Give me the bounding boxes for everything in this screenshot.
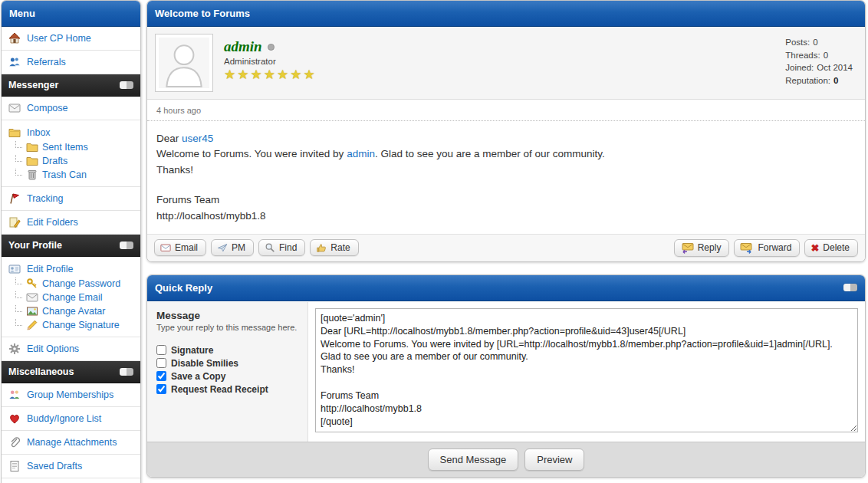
message-line: Forums Team: [156, 192, 856, 208]
flag-icon: [8, 192, 21, 205]
message-line: Dear user45: [156, 131, 856, 146]
author-username-link[interactable]: admin: [224, 38, 262, 55]
sidebar-section-miscellaneous[interactable]: Miscellaneous: [2, 361, 140, 383]
sidebar-item-label: Manage Attachments: [27, 437, 117, 448]
quick-reply-title: Quick Reply: [155, 282, 212, 294]
sender-link[interactable]: admin: [347, 148, 375, 159]
sidebar-item-drafts[interactable]: Drafts: [8, 154, 133, 168]
author-stats: Posts:0 Threads:0 Joined:Oct 2014 Reputa…: [785, 34, 857, 92]
rate-button[interactable]: Rate: [310, 239, 358, 256]
author-stars: ★★★★★★★: [224, 68, 317, 81]
sidebar-item-label: Drafts: [42, 156, 67, 166]
sidebar-item-tracking[interactable]: Tracking: [2, 187, 140, 211]
sidebar-item-change-signature[interactable]: Change Signature: [8, 318, 133, 332]
sidebar-item-label: Buddy/Ignore List: [27, 413, 101, 424]
forward-button[interactable]: Forward: [734, 239, 800, 257]
sidebar-item-edit-folders[interactable]: Edit Folders: [2, 211, 140, 235]
sidebar-item-manage-attachments[interactable]: Manage Attachments: [2, 431, 140, 455]
sidebar-item-change-avatar[interactable]: Change Avatar: [8, 304, 133, 318]
pm-date: 4 hours ago: [147, 100, 865, 121]
section-label: Messenger: [8, 80, 58, 90]
sidebar-item-label: Inbox: [27, 127, 51, 138]
pencil-icon: [26, 319, 38, 331]
tree-connector: [15, 291, 22, 298]
delete-x-icon: ✖: [810, 243, 819, 253]
sidebar-item-label: User CP Home: [27, 33, 91, 44]
sidebar-item-label: Sent Items: [42, 142, 88, 153]
find-button[interactable]: Find: [258, 239, 305, 256]
reply-button[interactable]: Reply: [674, 239, 730, 257]
home-icon: [8, 32, 21, 44]
avatar-silhouette-icon: [159, 38, 209, 88]
message-line: Welcome to Forums. You were invited by a…: [156, 146, 856, 162]
folder-icon: [8, 127, 21, 139]
sidebar-menu-header: Menu: [2, 1, 140, 27]
pm-action-row: Email PM Find Rate Reply: [147, 234, 865, 261]
sidebar-item-buddy-ignore-list[interactable]: Buddy/Ignore List: [2, 407, 140, 431]
email-button[interactable]: Email: [154, 239, 206, 256]
sidebar-item-edit-options[interactable]: Edit Options: [2, 337, 140, 361]
sidebar-item-label: Referrals: [27, 57, 66, 67]
avatar[interactable]: [155, 34, 213, 92]
sidebar-item-inbox[interactable]: Inbox: [8, 125, 133, 140]
sidebar-item-saved-drafts[interactable]: Saved Drafts: [2, 455, 140, 478]
sidebar-item-label: Edit Profile: [27, 264, 73, 274]
stat-posts: Posts:0: [785, 36, 853, 49]
preview-button[interactable]: Preview: [524, 449, 584, 471]
sidebar-item-change-email[interactable]: Change Email: [8, 291, 133, 304]
sidebar-item-label: Group Memberships: [27, 389, 113, 400]
quick-reply-panel: Quick Reply Message Type your reply to t…: [146, 274, 866, 478]
collapse-toggle-icon[interactable]: [120, 81, 133, 89]
sidebar-item-trash-can[interactable]: Trash Can: [8, 168, 133, 182]
pm-title: Welcome to Forums: [155, 8, 250, 19]
disable-smilies-checkbox[interactable]: [156, 358, 166, 368]
quick-reply-body: Message Type your reply to this message …: [147, 301, 865, 442]
sidebar-folder-group: Inbox Sent Items Drafts Trash Can: [2, 120, 140, 187]
sidebar-item-subscribed-threads[interactable]: Subscribed Threads: [2, 478, 140, 483]
tree-connector: [15, 319, 22, 326]
quick-reply-editor-cell: [quote='admin'] Dear [URL=http://localho…: [308, 302, 865, 442]
reply-textarea[interactable]: [quote='admin'] Dear [URL=http://localho…: [315, 308, 858, 432]
option-disable-smilies[interactable]: Disable Smilies: [156, 358, 298, 369]
sidebar-section-your-profile[interactable]: Your Profile: [2, 235, 140, 257]
recipient-link[interactable]: user45: [182, 133, 213, 144]
pm-button[interactable]: PM: [211, 239, 254, 256]
stat-threads: Threads:0: [785, 49, 853, 62]
sidebar-item-label: Change Signature: [42, 320, 120, 330]
sidebar-item-user-cp-home[interactable]: User CP Home: [2, 27, 140, 51]
reply-options: Signature Disable Smilies Save a Copy Re…: [156, 345, 298, 395]
signature-checkbox[interactable]: [156, 345, 166, 355]
author-row: admin Administrator ★★★★★★★ Posts:0 Thre…: [147, 27, 865, 100]
message-line: http://localhost/mybb1.8: [156, 209, 856, 224]
message-line: Thanks!: [156, 163, 856, 178]
save-a-copy-checkbox[interactable]: [156, 371, 166, 381]
sidebar-item-change-password[interactable]: Change Password: [8, 277, 133, 291]
request-read-receipt-checkbox[interactable]: [156, 384, 166, 394]
paperclip-icon: [8, 436, 21, 449]
image-icon: [26, 305, 38, 317]
collapse-toggle-icon[interactable]: [843, 284, 857, 291]
quick-reply-header: Quick Reply: [147, 275, 865, 301]
option-save-a-copy[interactable]: Save a Copy: [156, 371, 298, 382]
sidebar-item-compose[interactable]: Compose: [2, 97, 140, 120]
send-message-button[interactable]: Send Message: [428, 449, 519, 471]
sidebar-item-group-memberships[interactable]: Group Memberships: [2, 383, 140, 407]
offline-status-icon: [268, 44, 275, 51]
sidebar-item-label: Change Avatar: [42, 306, 105, 317]
delete-button[interactable]: ✖ Delete: [804, 239, 858, 257]
sidebar-item-edit-profile[interactable]: Edit Profile: [8, 261, 133, 277]
usercp-sidebar: Menu User CP Home Referrals Messenger Co…: [1, 0, 141, 483]
sidebar-item-label: Change Email: [42, 292, 103, 303]
collapse-toggle-icon[interactable]: [120, 242, 133, 249]
sidebar-item-sent-items[interactable]: Sent Items: [8, 140, 133, 154]
profile-card-icon: [8, 263, 21, 275]
stat-reputation: Reputation:0: [785, 74, 853, 87]
collapse-toggle-icon[interactable]: [120, 368, 133, 376]
section-label: Miscellaneous: [8, 366, 74, 377]
sidebar-item-label: Compose: [27, 103, 68, 113]
stat-joined: Joined:Oct 2014: [785, 61, 853, 74]
sidebar-item-referrals[interactable]: Referrals: [2, 51, 140, 74]
option-request-read-receipt[interactable]: Request Read Receipt: [156, 384, 298, 395]
option-signature[interactable]: Signature: [156, 345, 298, 356]
sidebar-section-messenger[interactable]: Messenger: [2, 74, 140, 97]
